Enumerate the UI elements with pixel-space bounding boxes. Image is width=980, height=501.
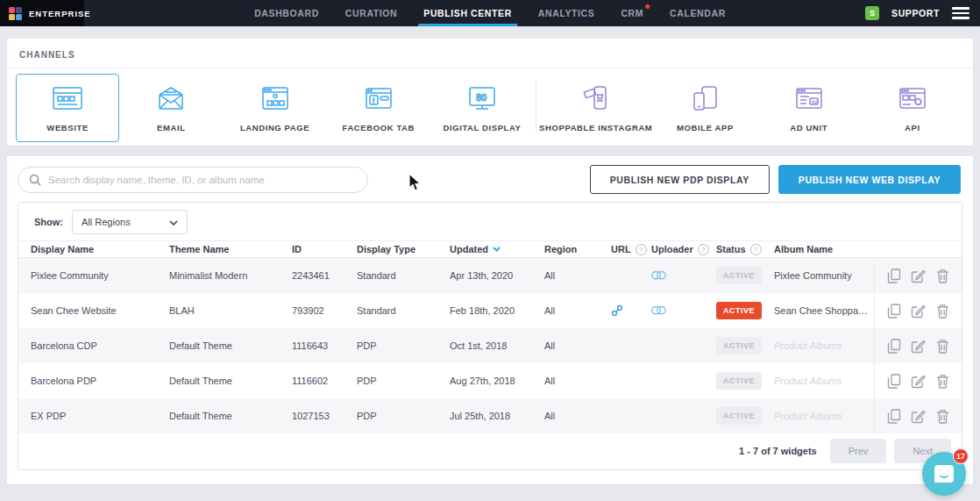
support-link[interactable]: SUPPORT <box>891 8 940 18</box>
delete-button[interactable] <box>936 304 949 318</box>
cell-id: 1027153 <box>280 411 344 421</box>
duplicate-button[interactable] <box>887 339 901 354</box>
delete-button[interactable] <box>936 409 949 424</box>
duplicate-button[interactable] <box>887 268 901 283</box>
nav-item-calendar[interactable]: CALENDAR <box>670 0 726 26</box>
url-link-icon <box>611 304 623 317</box>
duplicate-button[interactable] <box>887 304 901 318</box>
channel-website[interactable]: WEBSITE <box>16 74 119 142</box>
nav-item-publish-center[interactable]: PUBLISH CENTER <box>423 0 512 26</box>
col-region[interactable]: Region <box>532 244 599 254</box>
sort-desc-icon <box>493 247 501 252</box>
col-updated-label: Updated <box>450 244 488 254</box>
cell-display-type: PDP <box>344 411 437 421</box>
edit-button[interactable] <box>911 304 926 318</box>
prev-page-button[interactable]: Prev <box>830 439 887 463</box>
channel-email[interactable]: EMAIL <box>119 74 223 142</box>
cell-display-type: Standard <box>344 270 437 281</box>
channel-landing-page[interactable]: LANDING PAGE <box>223 74 326 142</box>
cell-album-name: Sean Chee Shoppable ... <box>762 305 874 316</box>
edit-button[interactable] <box>911 409 926 424</box>
cell-updated: Aug 27th, 2018 <box>437 376 532 386</box>
brand-label: ENTERPRISE <box>29 9 91 18</box>
ad-unit-icon: Ad <box>792 83 827 117</box>
navbar-right: S SUPPORT <box>865 6 980 20</box>
nav-item-dashboard[interactable]: DASHBOARD <box>254 0 319 26</box>
pixlee-logo-icon <box>9 7 22 20</box>
status-badge: ACTIVE <box>716 407 762 425</box>
cell-updated: Jul 25th, 2018 <box>437 411 532 421</box>
cell-updated: Oct 1st, 2018 <box>437 340 532 351</box>
nav-item-analytics[interactable]: ANALYTICS <box>538 0 595 26</box>
col-album-name[interactable]: Album Name <box>762 244 874 254</box>
region-select[interactable]: All Regions <box>72 210 188 234</box>
delete-button[interactable] <box>936 339 949 354</box>
channels-divider <box>536 79 536 132</box>
cell-status: ACTIVE <box>704 372 762 390</box>
edit-button[interactable] <box>911 339 926 354</box>
col-display-type[interactable]: Display Type <box>344 244 437 254</box>
col-uploader[interactable]: Uploader? <box>639 244 704 255</box>
cell-region: All <box>532 376 599 386</box>
delete-button[interactable] <box>936 374 949 389</box>
nav-item-crm[interactable]: CRM <box>621 0 643 26</box>
table-row[interactable]: Barcelona CDPDefault Theme1116643PDPOct … <box>18 328 962 363</box>
hamburger-menu-icon[interactable] <box>952 7 969 19</box>
duplicate-button[interactable] <box>887 409 901 424</box>
col-url[interactable]: URL? <box>599 244 639 255</box>
table-row[interactable]: Pixlee CommunityMinimalist Modern2243461… <box>18 258 962 293</box>
cell-url[interactable] <box>599 304 639 317</box>
channel-facebook-tab[interactable]: f FACEBOOK TAB <box>327 74 430 142</box>
channel-ad-unit[interactable]: Ad AD UNIT <box>757 74 861 142</box>
main-card: PUBLISH NEW PDP DISPLAY PUBLISH NEW WEB … <box>7 156 973 484</box>
channel-api[interactable]: API <box>861 74 964 142</box>
search-icon <box>29 174 41 186</box>
brand-logo-block[interactable]: ENTERPRISE <box>0 0 84 26</box>
table-row[interactable]: EX PDPDefault Theme1027153PDPJul 25th, 2… <box>18 398 962 433</box>
channel-label: LANDING PAGE <box>240 123 309 132</box>
cell-display-name: EX PDP <box>18 411 157 421</box>
cell-id: 1116643 <box>280 340 344 351</box>
cell-uploader[interactable] <box>639 306 704 315</box>
cell-theme-name: Default Theme <box>157 411 280 421</box>
edit-button[interactable] <box>911 374 926 389</box>
duplicate-button[interactable] <box>887 374 901 389</box>
pagination-row: 1 - 7 of 7 widgets Prev Next <box>18 433 962 469</box>
cell-updated: Apr 13th, 2020 <box>437 270 532 281</box>
publish-new-web-display-button[interactable]: PUBLISH NEW WEB DISPLAY <box>778 165 961 194</box>
table-body: Pixlee CommunityMinimalist Modern2243461… <box>18 258 962 433</box>
channel-mobile-app[interactable]: MOBILE APP <box>653 74 756 142</box>
delete-button[interactable] <box>936 268 949 283</box>
table-row[interactable]: Sean Chee WebsiteBLAH793902StandardFeb 1… <box>18 293 962 328</box>
cell-region: All <box>532 411 599 421</box>
channel-shoppable-instagram[interactable]: SHOPPABLE INSTAGRAM <box>538 74 653 142</box>
api-gear-icon <box>895 83 930 117</box>
svg-text:f: f <box>372 97 375 105</box>
publish-new-pdp-display-button[interactable]: PUBLISH NEW PDP DISPLAY <box>590 165 770 194</box>
col-id[interactable]: ID <box>280 244 344 254</box>
channel-digital-display[interactable]: 80 DIGITAL DISPLAY <box>430 74 534 142</box>
region-filter-row: Show: All Regions <box>18 203 962 240</box>
cell-uploader[interactable] <box>639 271 704 280</box>
user-avatar[interactable]: S <box>865 6 879 20</box>
cell-status: ACTIVE <box>704 337 762 354</box>
search-row: PUBLISH NEW PDP DISPLAY PUBLISH NEW WEB … <box>7 156 973 195</box>
channel-label: MOBILE APP <box>677 123 734 132</box>
table-row[interactable]: Barcelona PDPDefault Theme1116602PDPAug … <box>18 363 962 398</box>
col-status[interactable]: Status? <box>704 244 762 255</box>
status-help-icon[interactable]: ? <box>750 244 762 255</box>
search-box[interactable] <box>18 167 368 193</box>
edit-button[interactable] <box>911 268 926 283</box>
uploader-chain-icon <box>651 271 666 280</box>
main-nav: DASHBOARD CURATION PUBLISH CENTER ANALYT… <box>254 0 726 26</box>
cell-theme-name: Default Theme <box>157 340 280 351</box>
channel-label: FACEBOOK TAB <box>343 123 415 132</box>
cell-display-type: PDP <box>344 376 437 386</box>
cell-theme-name: BLAH <box>157 305 280 316</box>
nav-item-curation[interactable]: CURATION <box>345 0 397 26</box>
col-display-name[interactable]: Display Name <box>18 244 157 254</box>
col-updated[interactable]: Updated <box>437 244 532 254</box>
search-input[interactable] <box>48 175 357 185</box>
cell-display-name: Barcelona PDP <box>18 376 157 386</box>
col-theme-name[interactable]: Theme Name <box>157 244 280 254</box>
